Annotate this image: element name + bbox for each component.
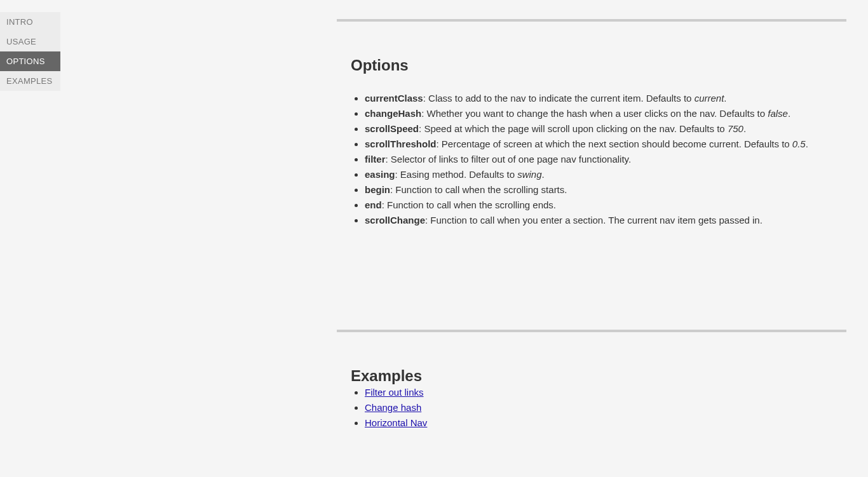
option-tail: . [743,123,746,134]
option-name: easing [365,169,395,180]
option-tail: . [806,138,808,149]
option-desc: : Easing method. Defaults to [395,169,518,180]
main-content: Options currentClass: Class to add to th… [337,0,846,450]
option-default: current [695,93,724,104]
option-name: changeHash [365,108,421,119]
option-name: end [365,199,382,210]
option-desc: : Whether you want to change the hash wh… [421,108,768,119]
examples-heading: Examples [351,367,832,385]
option-name: filter [365,154,386,165]
option-name: scrollThreshold [365,138,437,149]
option-item: currentClass: Class to add to the nav to… [365,91,832,106]
option-name: currentClass [365,93,423,104]
option-desc: : Function to call when the scrolling en… [382,199,556,210]
examples-section: Examples Filter out links Change hash Ho… [337,330,846,450]
examples-list: Filter out links Change hash Horizontal … [351,385,832,431]
option-desc: : Percentage of screen at which the next… [437,138,792,149]
options-section: Options currentClass: Class to add to th… [337,19,846,330]
sidebar-item-examples[interactable]: EXAMPLES [0,71,60,91]
sidebar-item-options[interactable]: OPTIONS [0,51,60,71]
example-item: Filter out links [365,385,832,400]
option-tail: . [788,108,790,119]
option-default: false [768,108,788,119]
example-link-horizontal[interactable]: Horizontal Nav [365,417,427,428]
option-default: 0.5 [792,138,806,149]
option-desc: : Speed at which the page will scroll up… [419,123,728,134]
option-item: easing: Easing method. Defaults to swing… [365,167,832,182]
sidebar-nav: INTRO USAGE OPTIONS EXAMPLES [0,12,60,91]
sidebar-item-intro[interactable]: INTRO [0,12,60,32]
option-name: begin [365,184,390,195]
options-heading: Options [351,57,832,74]
example-link-filter[interactable]: Filter out links [365,387,424,398]
option-item: scrollChange: Function to call when you … [365,213,832,228]
option-tail: . [724,93,726,104]
option-item: end: Function to call when the scrolling… [365,198,832,213]
option-desc: : Function to call when you enter a sect… [425,215,763,225]
option-desc: : Class to add to the nav to indicate th… [423,93,695,104]
option-name: scrollSpeed [365,123,419,134]
example-item: Change hash [365,400,832,415]
option-desc: : Function to call when the scrolling st… [390,184,567,195]
example-item: Horizontal Nav [365,415,832,431]
option-default: 750 [728,123,743,134]
option-item: filter: Selector of links to filter out … [365,152,832,167]
option-item: scrollSpeed: Speed at which the page wil… [365,121,832,137]
option-item: scrollThreshold: Percentage of screen at… [365,137,832,152]
option-name: scrollChange [365,215,425,225]
option-default: swing [517,169,541,180]
option-item: begin: Function to call when the scrolli… [365,182,832,198]
option-item: changeHash: Whether you want to change t… [365,106,832,121]
option-desc: : Selector of links to filter out of one… [386,154,632,165]
sidebar-item-usage[interactable]: USAGE [0,32,60,51]
options-list: currentClass: Class to add to the nav to… [351,91,832,228]
option-tail: . [542,169,545,180]
example-link-changehash[interactable]: Change hash [365,402,421,413]
